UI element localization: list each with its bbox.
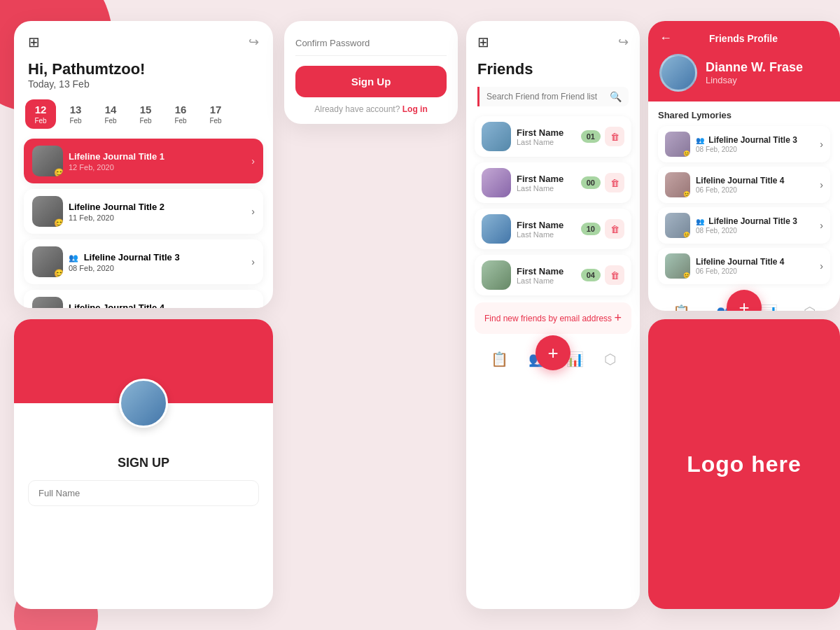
shared-item-date-2: 06 Feb, 2020 bbox=[696, 186, 814, 194]
cal-day-month-5: Feb bbox=[174, 117, 186, 125]
shared-friends-icon-3: 👥 bbox=[696, 218, 704, 225]
signup-avatar-wrapper bbox=[14, 379, 273, 428]
friend-info-3: First Name Last Name bbox=[511, 220, 581, 239]
cal-day-2[interactable]: 13 Feb bbox=[60, 99, 91, 129]
friends-search-input[interactable] bbox=[486, 92, 610, 102]
journal-info-3: 👥 Lifeline Journal Title 3 08 Feb, 2020 bbox=[63, 252, 251, 272]
profile-avatar bbox=[659, 54, 697, 92]
profile-top-bar: ← Friends Profile bbox=[659, 31, 829, 46]
friend-lastname-1: Last Name bbox=[517, 138, 575, 146]
confirm-password-input[interactable] bbox=[295, 31, 447, 56]
profile-nav-share-icon[interactable]: ⬡ bbox=[804, 304, 816, 311]
thumb-emoji-2: 😊 bbox=[54, 218, 63, 227]
profile-nav-journal-icon[interactable]: 📋 bbox=[673, 304, 690, 311]
journal-info-1: Lifeline Journal Title 1 12 Feb, 2020 bbox=[63, 151, 251, 172]
signup-name-input[interactable] bbox=[28, 480, 259, 506]
shared-thumb-4: 😊 bbox=[665, 253, 690, 279]
journal-date-3: 08 Feb, 2020 bbox=[69, 264, 246, 272]
cal-day-month-4: Feb bbox=[139, 117, 151, 125]
friend-info-2: First Name Last Name bbox=[511, 174, 581, 192]
friend-delete-2[interactable]: 🗑 bbox=[605, 173, 624, 192]
cal-day-5[interactable]: 16 Feb bbox=[165, 99, 196, 129]
shared-item-3[interactable]: 😊 👥 Lifeline Journal Title 3 08 Feb, 202… bbox=[658, 207, 830, 244]
profile-subtitle: Lindsay bbox=[706, 75, 803, 85]
shared-info-3: 👥 Lifeline Journal Title 3 08 Feb, 2020 bbox=[690, 216, 820, 234]
shared-chevron-4: › bbox=[820, 260, 823, 272]
friend-list: First Name Last Name 01 🗑 First Name Las… bbox=[466, 116, 640, 295]
friend-name-4: First Name bbox=[517, 266, 575, 276]
friends-bottom-nav: 📋 👥 + 📊 ⬡ bbox=[466, 342, 640, 376]
screen-friends: ⊞ ↪ Friends 🔍 First Name Last Name 01 🗑 bbox=[466, 21, 640, 609]
friend-delete-1[interactable]: 🗑 bbox=[605, 127, 624, 146]
friend-item-2[interactable]: First Name Last Name 00 🗑 bbox=[475, 162, 631, 203]
journal-info-4: Lifeline Journal Title 4 06 Feb, 2020 bbox=[63, 302, 251, 309]
cal-day-4[interactable]: 15 Feb bbox=[130, 99, 161, 129]
journal-item-2[interactable]: 😊 Lifeline Journal Title 2 11 Feb, 2020 … bbox=[24, 189, 263, 234]
cal-day-month-6: Feb bbox=[209, 117, 221, 125]
journal-date-2: 11 Feb, 2020 bbox=[69, 214, 246, 222]
back-icon[interactable]: ← bbox=[659, 31, 672, 46]
shared-item-date-3: 08 Feb, 2020 bbox=[696, 227, 814, 234]
greeting-section: Hi, Pathumtzoo! Today, 13 Feb bbox=[14, 57, 273, 99]
empty-slot bbox=[284, 319, 458, 612]
cal-day-3[interactable]: 14 Feb bbox=[95, 99, 126, 129]
shared-item-4[interactable]: 😊 Lifeline Journal Title 4 06 Feb, 2020 … bbox=[658, 248, 830, 284]
cal-day-num-3: 14 bbox=[105, 104, 117, 115]
cal-day-num-6: 17 bbox=[210, 104, 222, 115]
friends-nav-share-icon[interactable]: ⬡ bbox=[604, 351, 616, 368]
cal-day-num-5: 16 bbox=[175, 104, 187, 115]
signup-card: Sign Up Already have account? Log in bbox=[284, 21, 458, 124]
friend-avatar-1 bbox=[482, 122, 511, 151]
thumb-emoji-3: 😊 bbox=[54, 269, 63, 277]
grid-icon[interactable]: ⊞ bbox=[28, 34, 40, 50]
friend-item-4[interactable]: First Name Last Name 04 🗑 bbox=[475, 255, 631, 295]
friend-badge-1: 01 bbox=[581, 130, 601, 143]
cal-day-month-1: Feb bbox=[34, 117, 46, 125]
cal-day-month-3: Feb bbox=[104, 117, 116, 125]
screen-signup-partial: Sign Up Already have account? Log in bbox=[284, 21, 458, 308]
friend-delete-3[interactable]: 🗑 bbox=[605, 219, 624, 239]
journal-item-1[interactable]: 😊 Lifeline Journal Title 1 12 Feb, 2020 … bbox=[24, 139, 263, 183]
cal-day-6[interactable]: 17 Feb bbox=[200, 99, 231, 129]
journal-item-3[interactable]: 😊 👥 Lifeline Journal Title 3 08 Feb, 202… bbox=[24, 239, 263, 284]
journal-thumb-1: 😊 bbox=[32, 146, 63, 176]
login-link[interactable]: Log in bbox=[402, 104, 428, 114]
cal-day-num-2: 13 bbox=[70, 104, 82, 115]
shared-item-title-3: 👥 Lifeline Journal Title 3 bbox=[696, 216, 814, 226]
friend-delete-4[interactable]: 🗑 bbox=[605, 265, 624, 285]
search-icon: 🔍 bbox=[610, 91, 622, 102]
journal-item-4[interactable]: 😊 Lifeline Journal Title 4 06 Feb, 2020 … bbox=[24, 290, 263, 308]
signup-button[interactable]: Sign Up bbox=[295, 66, 447, 97]
friends-nav-journal-icon[interactable]: 📋 bbox=[491, 351, 508, 368]
chevron-icon-3: › bbox=[251, 256, 255, 267]
friend-name-3: First Name bbox=[517, 220, 575, 230]
profile-header: ← Friends Profile Dianne W. Frase Lindsa… bbox=[648, 21, 840, 102]
find-friends-bar[interactable]: Find new friends by email address + bbox=[475, 302, 631, 334]
shared-info-4: Lifeline Journal Title 4 06 Feb, 2020 bbox=[690, 257, 820, 275]
friends-fab-add-button[interactable]: + bbox=[536, 335, 570, 370]
shared-item-title-1: 👥 Lifeline Journal Title 3 bbox=[696, 135, 814, 145]
screen-main-journal: ⊞ ↪ Hi, Pathumtzoo! Today, 13 Feb 12 Feb… bbox=[14, 21, 273, 308]
screen-logo: Logo here bbox=[648, 319, 840, 609]
shared-item-2[interactable]: 😊 Lifeline Journal Title 4 06 Feb, 2020 … bbox=[658, 167, 830, 203]
friends-grid-icon[interactable]: ⊞ bbox=[477, 34, 489, 50]
friend-item-3[interactable]: First Name Last Name 10 🗑 bbox=[475, 209, 631, 249]
cal-day-month-2: Feb bbox=[69, 117, 81, 125]
profile-header-title: Friends Profile bbox=[709, 33, 778, 44]
friend-avatar-4 bbox=[482, 260, 511, 290]
friends-logout-icon[interactable]: ↪ bbox=[618, 34, 629, 50]
chevron-icon-2: › bbox=[251, 206, 255, 217]
profile-nav-stats-icon[interactable]: 📊 bbox=[760, 304, 778, 311]
shared-item-1[interactable]: 😊 👥 Lifeline Journal Title 3 08 Feb, 202… bbox=[658, 126, 830, 162]
journal-thumb-3: 😊 bbox=[32, 246, 63, 277]
friend-badge-2: 00 bbox=[581, 176, 601, 189]
shared-chevron-3: › bbox=[820, 220, 823, 231]
friend-item-1[interactable]: First Name Last Name 01 🗑 bbox=[475, 116, 631, 157]
logout-icon[interactable]: ↪ bbox=[248, 34, 259, 50]
friend-lastname-3: Last Name bbox=[517, 230, 575, 239]
screen-signup-form: SIGN UP bbox=[14, 319, 273, 609]
cal-day-1[interactable]: 12 Feb bbox=[25, 99, 56, 129]
journal-title-1: Lifeline Journal Title 1 bbox=[69, 151, 246, 162]
shared-chevron-1: › bbox=[820, 139, 823, 150]
profile-fab-add-button[interactable]: + bbox=[727, 290, 762, 311]
